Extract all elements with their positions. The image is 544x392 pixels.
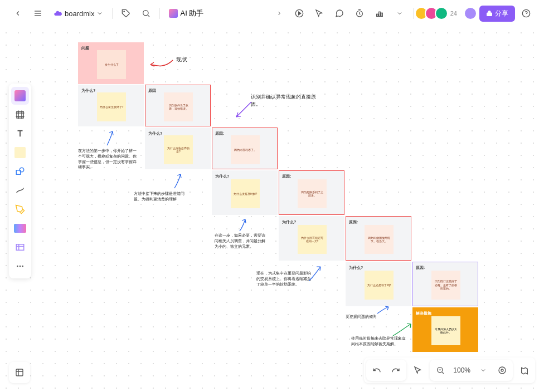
menu-button[interactable] [29,4,47,22]
file-name[interactable]: boardmix [49,7,108,20]
fit-icon [498,366,507,375]
tool-frame[interactable] [11,106,29,124]
layers-button[interactable] [11,364,28,381]
ai-label: AI 助手 [180,8,203,18]
zoom-group: 100% [430,360,513,381]
svg-rect-22 [16,244,24,251]
cell-label: 为什么? [215,174,274,179]
tool-shape[interactable] [11,163,29,180]
annotation-solve: 使用临时措施来去除异常现象直到根本原因能够被失期解。 [351,336,407,347]
tool-pen[interactable] [11,200,29,218]
svg-marker-7 [298,12,300,14]
annotation-title: 现状 [176,56,187,63]
share-button[interactable]: 分享 [479,6,515,22]
sticky-note[interactable]: 为什么报告故障的是? [164,135,193,164]
sticky-icon [14,147,26,158]
text-icon [15,129,25,139]
help-icon [522,9,531,18]
cell-cause[interactable]: 原因: 因为超限系列了之前没。 [279,170,344,215]
minimap-icon [520,366,529,375]
sticky-note[interactable]: 因为软件出了故障，导致错误。 [164,92,193,121]
user-avatar[interactable] [464,7,477,20]
tool-table[interactable] [11,238,29,256]
cell-cause-final[interactable]: 原因: 因为既订正完好了还有。是有了的都应该的。 [412,262,478,306]
cell-label: 原因: [416,265,475,271]
tag-button[interactable] [117,4,135,22]
cell-why[interactable]: 为什么? 为什么没有领定写在同一天? [279,216,344,261]
comment-icon [335,9,344,18]
tool-sticky[interactable] [11,144,29,161]
tool-gradient[interactable] [11,219,29,237]
annotation-root: 要挖掘问题的倾向 [346,314,377,320]
zoom-level[interactable]: 100% [451,366,473,374]
cell-cause[interactable]: 原因: 因为叫做团放网统节。在当天。 [346,216,411,261]
pen-icon [15,204,25,214]
canvas[interactable]: 问题 发生什么了 现状 为什么? 为什么发生故障了? 原因 因为软件出了故障，导… [0,27,544,392]
cell-why[interactable]: 为什么? 为什么没有及时解? [212,170,278,215]
svg-rect-13 [17,111,23,118]
svg-rect-10 [378,12,380,16]
back-button[interactable] [9,4,27,22]
search-button[interactable] [137,4,155,22]
sticky-note[interactable]: 为什么没有领定写在同一天? [298,225,327,254]
bottom-right-controls: 100% [364,357,535,383]
cursor-button[interactable] [310,4,328,22]
sticky-note[interactable]: 专属外加人员以大数此外。 [431,316,460,345]
chevron-down-icon [396,10,403,17]
annotation-step3: 在这一步，如果必要，需要访问相关人员调查，并问题分解为小的、独立的元素。 [215,233,268,249]
zoom-dropdown[interactable] [475,362,492,379]
zoom-out-button[interactable] [432,362,449,379]
tool-line[interactable] [11,182,29,199]
chevron-down-icon [480,367,487,374]
cell-label: 解决措施 [416,311,475,316]
cloud-icon [54,9,62,18]
redo-button[interactable] [387,362,404,379]
cell-problem[interactable]: 问题 发生什么了 [78,42,144,84]
share-label: 分享 [495,9,508,18]
svg-rect-9 [376,14,378,16]
line-icon [15,185,25,195]
vote-icon [375,9,384,18]
minimap-button[interactable] [516,362,533,379]
svg-line-5 [148,15,150,17]
more-dropdown[interactable] [391,4,409,22]
sticky-note[interactable]: 为什么没有及时解? [231,179,260,208]
sticky-note[interactable]: 因为内存耗尽了。 [231,135,260,164]
menu-icon [33,9,42,18]
cell-solution[interactable]: 解决措施 专属外加人员以大数此外。 [412,307,478,352]
pointer-button[interactable] [410,362,426,379]
svg-rect-28 [16,369,23,376]
tool-text[interactable] [11,125,29,143]
separator [413,8,414,19]
vote-button[interactable] [371,4,388,22]
cell-cause[interactable]: 原因: 因为内存耗尽了。 [212,128,278,169]
chevron-down-icon [96,10,103,17]
timer-button[interactable] [351,4,368,22]
sticky-note[interactable]: 为什么还是等了吗? [365,271,394,300]
ai-assistant-button[interactable]: AI 助手 [164,6,208,21]
annotation-step4: 现在，为式集中在重要问题影响的交易系统上。你将看透缩减至了较单一半的软肋系统。 [256,271,312,287]
sticky-note[interactable]: 为什么发生故障了? [97,92,126,121]
sticky-note[interactable]: 因为超限系列了之前没。 [298,179,327,208]
table-icon [15,242,25,252]
sticky-note[interactable]: 因为叫做团放网统节。在当天。 [365,225,394,254]
bottom-left-controls [9,362,30,383]
comment-button[interactable] [331,4,348,22]
fit-button[interactable] [494,362,511,379]
cell-why[interactable]: 为什么? 为什么报告故障的是? [145,128,211,169]
annotation-step1: 在方法的第一步中，你开始了解一个可观大，模糊或复杂的问题。你掌握一些信息，但一定… [78,148,139,170]
cell-cause[interactable]: 原因 因为软件出了故障，导致错误。 [145,85,211,126]
cell-why[interactable]: 为什么? 为什么还是等了吗? [346,262,411,306]
svg-point-25 [17,266,18,267]
sticky-note[interactable]: 发生什么了 [97,50,126,79]
help-button[interactable] [517,4,535,22]
sticky-note[interactable]: 因为既订正完好了还有。是有了的都应该的。 [431,271,460,300]
tool-more[interactable] [11,257,29,275]
nav-right-button[interactable] [270,4,288,22]
undo-button[interactable] [368,362,385,379]
play-button[interactable] [290,4,308,22]
cell-why[interactable]: 为什么? 为什么发生故障了? [78,85,144,126]
tool-template[interactable] [11,87,29,105]
collaborators[interactable]: 24 [418,7,457,20]
doc-title: boardmix [65,9,94,18]
